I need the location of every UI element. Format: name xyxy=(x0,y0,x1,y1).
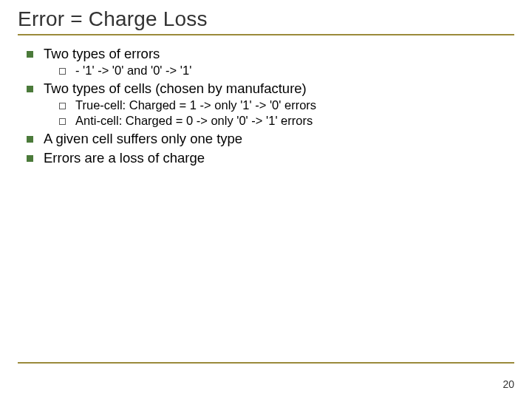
title-divider xyxy=(18,34,514,35)
bullet-l1: Two types of errors xyxy=(27,46,514,62)
bullet-l2: Anti-cell: Charged = 0 -> only '0' -> '1… xyxy=(59,114,514,128)
bullet-text: - '1' -> '0' and '0' -> '1' xyxy=(75,64,191,78)
footer-divider xyxy=(18,362,514,364)
bullet-l2: True-cell: Charged = 1 -> only '1' -> '0… xyxy=(59,98,514,112)
hollow-square-icon xyxy=(59,118,66,125)
square-bullet-icon xyxy=(27,51,33,58)
bullet-text: A given cell suffers only one type xyxy=(44,131,242,147)
bullet-l2: - '1' -> '0' and '0' -> '1' xyxy=(59,64,514,78)
bullet-text: Two types of errors xyxy=(44,46,160,62)
square-bullet-icon xyxy=(27,136,33,143)
content-area: Two types of errors - '1' -> '0' and '0'… xyxy=(27,46,514,166)
slide-title: Error = Charge Loss xyxy=(18,7,514,31)
bullet-text: Two types of cells (chosen by manufactur… xyxy=(44,81,307,97)
bullet-text: Errors are a loss of charge xyxy=(44,150,205,166)
hollow-square-icon xyxy=(59,103,66,109)
hollow-square-icon xyxy=(59,68,66,75)
bullet-text: Anti-cell: Charged = 0 -> only '0' -> '1… xyxy=(75,114,313,128)
bullet-text: True-cell: Charged = 1 -> only '1' -> '0… xyxy=(75,98,316,112)
bullet-l1: Two types of cells (chosen by manufactur… xyxy=(27,81,514,97)
slide: Error = Charge Loss Two types of errors … xyxy=(0,0,532,399)
bullet-l1: A given cell suffers only one type xyxy=(27,131,514,147)
page-number: 20 xyxy=(502,378,514,390)
square-bullet-icon xyxy=(27,155,33,162)
bullet-l1: Errors are a loss of charge xyxy=(27,150,514,166)
square-bullet-icon xyxy=(27,86,33,92)
